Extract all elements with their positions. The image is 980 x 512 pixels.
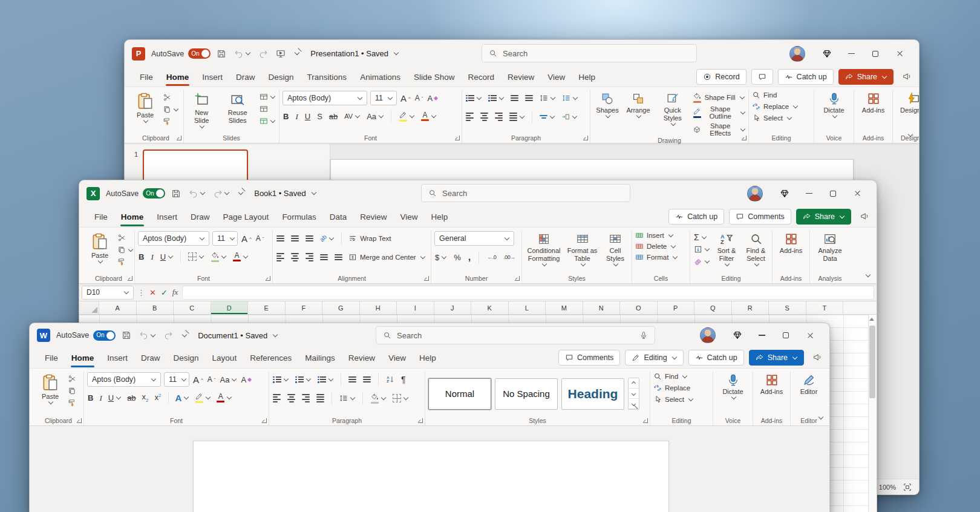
ribbon-tab[interactable]: Insert bbox=[150, 206, 184, 227]
search-box[interactable] bbox=[376, 326, 655, 344]
collapse-ribbon-button[interactable] bbox=[907, 129, 913, 138]
sort-button[interactable] bbox=[385, 375, 395, 384]
start-slideshow-button[interactable] bbox=[274, 47, 287, 61]
middle-align-button[interactable] bbox=[290, 235, 299, 241]
minimize-button[interactable] bbox=[750, 326, 774, 344]
column-header[interactable]: D bbox=[211, 301, 249, 314]
column-header[interactable]: C bbox=[174, 301, 211, 314]
ribbon-tab[interactable]: Formulas bbox=[275, 206, 322, 227]
bullets-button[interactable] bbox=[272, 376, 289, 383]
bold-button[interactable]: B bbox=[138, 252, 145, 261]
minimize-button[interactable] bbox=[797, 185, 821, 203]
format-painter-button[interactable] bbox=[162, 117, 172, 126]
catch-up-button[interactable]: Catch up bbox=[688, 350, 744, 366]
ribbon-tab[interactable]: Home bbox=[65, 347, 101, 368]
shapes-button[interactable]: Shapes bbox=[593, 91, 621, 119]
italic-button[interactable]: I bbox=[99, 393, 102, 402]
line-spacing-button[interactable] bbox=[539, 93, 556, 103]
style-heading[interactable]: Heading bbox=[561, 378, 624, 410]
ribbon-tab[interactable]: Insert bbox=[100, 347, 134, 368]
maximize-button[interactable] bbox=[774, 326, 798, 344]
avatar[interactable] bbox=[789, 46, 805, 62]
decrease-font-button[interactable]: Aˇ bbox=[255, 234, 265, 243]
comma-style-button[interactable]: , bbox=[468, 252, 471, 263]
column-header[interactable]: A bbox=[99, 301, 137, 314]
ribbon-tab[interactable]: Review bbox=[353, 206, 393, 227]
font-color-button[interactable]: A bbox=[232, 251, 249, 262]
ribbon-tab[interactable]: Layout bbox=[206, 347, 244, 368]
insert-function-button[interactable]: fx bbox=[172, 287, 178, 298]
scrollbar-thumb[interactable] bbox=[869, 326, 875, 398]
text-direction-button[interactable] bbox=[561, 93, 578, 103]
clear-formatting-button[interactable]: A bbox=[426, 94, 438, 103]
select-button[interactable]: Select bbox=[653, 395, 693, 404]
close-button[interactable] bbox=[798, 326, 822, 344]
addins-button[interactable]: Add-ins bbox=[758, 372, 786, 397]
clear-formatting-button[interactable]: A bbox=[240, 375, 252, 384]
alignment-dialog-launcher[interactable] bbox=[424, 276, 429, 281]
column-header[interactable]: M bbox=[546, 301, 583, 314]
ribbon-tab[interactable]: Mailings bbox=[298, 347, 342, 368]
highlight-color-button[interactable] bbox=[194, 392, 211, 404]
autosave-toggle[interactable]: On bbox=[188, 48, 211, 59]
ribbon-tab[interactable]: View bbox=[393, 206, 424, 227]
document-title[interactable]: Book1 • Saved bbox=[254, 189, 306, 198]
section-button[interactable] bbox=[259, 116, 276, 126]
increase-font-button[interactable]: A^ bbox=[400, 93, 411, 103]
align-center-button[interactable] bbox=[290, 252, 299, 261]
highlight-color-button[interactable] bbox=[398, 110, 415, 122]
reuse-slides-button[interactable]: Reuse Slides bbox=[219, 91, 256, 126]
multilevel-list-button[interactable] bbox=[317, 376, 334, 383]
scroll-up-icon[interactable] bbox=[869, 318, 874, 321]
line-spacing-button[interactable] bbox=[339, 393, 356, 403]
addins-button[interactable]: Add-ins bbox=[777, 231, 805, 256]
decrease-indent-button[interactable] bbox=[319, 254, 328, 260]
minimize-button[interactable] bbox=[839, 45, 863, 63]
underline-button[interactable]: U bbox=[160, 252, 174, 261]
vertical-scrollbar[interactable] bbox=[868, 315, 877, 512]
ribbon-tab[interactable]: File bbox=[88, 206, 114, 227]
styles-scroll-up-button[interactable] bbox=[629, 378, 639, 389]
accounting-format-button[interactable]: $ bbox=[434, 253, 447, 262]
document-title[interactable]: Presentation1 • Saved bbox=[310, 49, 388, 58]
format-cells-button[interactable]: Format bbox=[635, 253, 678, 261]
select-button[interactable]: Select bbox=[752, 114, 792, 122]
format-as-table-button[interactable]: Format as Table bbox=[566, 231, 599, 267]
align-right-button[interactable] bbox=[494, 112, 503, 121]
orientation-button[interactable]: ab bbox=[319, 235, 335, 242]
column-header[interactable]: R bbox=[732, 301, 769, 314]
search-input[interactable] bbox=[397, 331, 634, 340]
ribbon-tab[interactable]: References bbox=[243, 347, 298, 368]
align-right-button[interactable] bbox=[305, 252, 314, 261]
shape-outline-button[interactable]: Shape Outline bbox=[693, 105, 745, 120]
column-header[interactable]: J bbox=[434, 301, 472, 314]
ribbon-tab[interactable]: Animations bbox=[353, 67, 407, 87]
strikethrough-button[interactable]: ab bbox=[126, 393, 136, 402]
column-header[interactable]: P bbox=[658, 301, 695, 314]
style-normal[interactable]: Normal bbox=[428, 378, 491, 410]
font-dialog-launcher[interactable] bbox=[455, 136, 460, 140]
document-page[interactable] bbox=[193, 441, 669, 512]
comments-button[interactable]: Comments bbox=[729, 209, 791, 225]
column-header[interactable]: E bbox=[248, 301, 286, 314]
column-header[interactable]: O bbox=[620, 301, 658, 314]
drawing-dialog-launcher[interactable] bbox=[742, 136, 746, 140]
format-painter-button[interactable] bbox=[67, 398, 77, 408]
justify-button[interactable] bbox=[509, 112, 525, 121]
ribbon-tab[interactable]: Page Layout bbox=[217, 206, 276, 227]
share-button[interactable]: Share bbox=[749, 350, 804, 366]
save-button[interactable] bbox=[120, 329, 133, 342]
paragraph-dialog-launcher[interactable] bbox=[418, 418, 423, 423]
shape-effects-button[interactable]: Shape Effects bbox=[693, 122, 745, 137]
increase-decimal-button[interactable]: ←.0 bbox=[486, 254, 497, 261]
formula-bar-handle[interactable]: ⋮ bbox=[137, 288, 145, 297]
decrease-font-button[interactable]: Aˇ bbox=[207, 375, 217, 384]
column-header[interactable]: N bbox=[583, 301, 621, 314]
feedback-icon[interactable] bbox=[901, 70, 913, 84]
share-button[interactable]: Share bbox=[796, 209, 851, 225]
insert-cells-button[interactable]: Insert bbox=[635, 231, 673, 240]
numbering-button[interactable] bbox=[295, 376, 312, 383]
redo-button[interactable] bbox=[211, 187, 231, 200]
save-button[interactable] bbox=[169, 187, 183, 200]
column-header[interactable]: S bbox=[769, 301, 806, 314]
